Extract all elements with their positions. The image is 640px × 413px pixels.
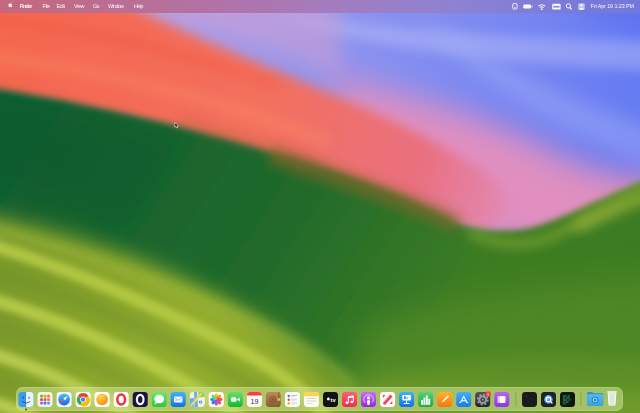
svg-text:19: 19 <box>251 398 259 405</box>
svg-text:tv: tv <box>331 397 337 403</box>
